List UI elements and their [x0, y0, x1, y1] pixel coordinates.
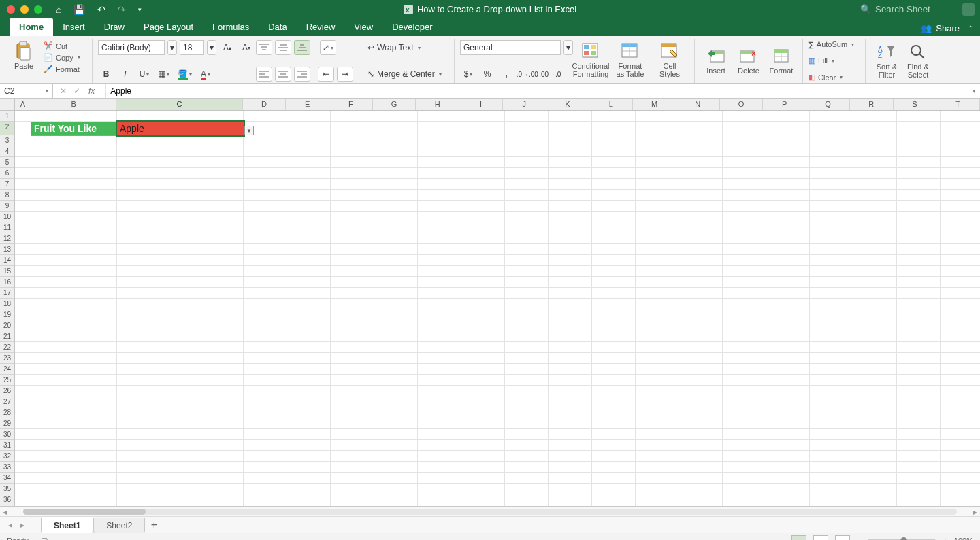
cell-b2[interactable]: Fruit You Like [31, 122, 117, 135]
row-header-30[interactable]: 30 [0, 429, 14, 440]
row-header-6[interactable]: 6 [0, 168, 14, 179]
sheet-tab-sheet1[interactable]: Sheet1 [41, 517, 93, 533]
collapse-ribbon-icon[interactable]: ⌃ [968, 24, 973, 32]
percent-button[interactable]: % [479, 67, 495, 82]
column-header-i[interactable]: I [459, 99, 503, 110]
horizontal-scroll-thumb[interactable] [23, 509, 146, 515]
formula-input[interactable] [106, 84, 968, 98]
zoom-in-button[interactable]: + [943, 537, 947, 541]
qat-caret-icon[interactable]: ▾ [138, 6, 142, 13]
sheet-nav-prev[interactable]: ◂ [4, 520, 16, 530]
paste-button[interactable]: Paste [10, 40, 38, 72]
orientation-button[interactable]: ⤢▾ [320, 40, 336, 55]
cell-styles-button[interactable]: Cell Styles [651, 40, 689, 80]
font-name-dropdown[interactable]: ▾ [167, 40, 177, 55]
borders-button[interactable]: ▦▾ [155, 67, 172, 82]
increase-font-button[interactable]: A▴ [219, 40, 235, 55]
row-header-36[interactable]: 36 [0, 494, 14, 505]
row-header-23[interactable]: 23 [0, 353, 14, 364]
align-right-button[interactable] [294, 67, 310, 82]
row-header-13[interactable]: 13 [0, 244, 14, 255]
column-header-b[interactable]: B [31, 99, 116, 110]
font-name-input[interactable] [98, 40, 165, 55]
minimize-window-button[interactable] [20, 5, 29, 14]
row-header-16[interactable]: 16 [0, 277, 14, 288]
column-header-m[interactable]: M [633, 99, 676, 110]
fx-icon[interactable]: fx [88, 86, 95, 96]
align-center-button[interactable] [275, 67, 291, 82]
find-select-button[interactable]: Find & Select [902, 40, 934, 82]
row-header-32[interactable]: 32 [0, 451, 14, 462]
align-left-button[interactable] [256, 67, 272, 82]
row-header-7[interactable]: 7 [0, 179, 14, 190]
row-header-26[interactable]: 26 [0, 386, 14, 396]
column-header-j[interactable]: J [503, 99, 546, 110]
row-header-3[interactable]: 3 [0, 135, 14, 146]
column-header-a[interactable]: A [15, 99, 31, 110]
cut-button[interactable]: ✂️Cut [44, 41, 80, 50]
row-header-15[interactable]: 15 [0, 266, 14, 277]
column-header-p[interactable]: P [763, 99, 806, 110]
view-normal-button[interactable] [791, 535, 806, 541]
sheet-tab-sheet2[interactable]: Sheet2 [93, 518, 145, 533]
format-as-table-button[interactable]: Format as Table [611, 40, 649, 80]
tab-data[interactable]: Data [259, 18, 296, 36]
column-header-t[interactable]: T [936, 99, 980, 110]
row-header-34[interactable]: 34 [0, 473, 14, 484]
home-icon[interactable]: ⌂ [56, 4, 61, 15]
tab-insert[interactable]: Insert [53, 18, 95, 36]
row-header-27[interactable]: 27 [0, 396, 14, 407]
align-top-button[interactable] [256, 40, 272, 55]
format-cells-button[interactable]: Format [766, 40, 797, 82]
font-size-input[interactable] [180, 40, 204, 55]
row-header-18[interactable]: 18 [0, 299, 14, 309]
search-sheet-input[interactable] [875, 4, 950, 14]
decrease-decimal-button[interactable]: .00→.0 [540, 67, 561, 82]
column-header-d[interactable]: D [243, 99, 287, 110]
name-box-dropdown-icon[interactable]: ▾ [46, 88, 48, 94]
sort-filter-button[interactable]: AZSort & Filter [871, 40, 902, 82]
row-header-9[interactable]: 9 [0, 201, 14, 212]
row-header-4[interactable]: 4 [0, 146, 14, 157]
column-header-o[interactable]: O [720, 99, 764, 110]
tab-draw[interactable]: Draw [95, 18, 134, 36]
align-bottom-button[interactable] [294, 40, 310, 55]
save-icon[interactable]: 💾 [74, 4, 85, 15]
view-page-break-button[interactable] [835, 535, 850, 541]
share-button[interactable]: 👥 Share ⌃ [921, 23, 973, 36]
column-header-r[interactable]: R [850, 99, 894, 110]
tab-developer[interactable]: Developer [382, 18, 442, 36]
zoom-out-button[interactable]: − [857, 537, 861, 541]
row-header-11[interactable]: 11 [0, 222, 14, 233]
column-header-s[interactable]: S [894, 99, 937, 110]
tab-page-layout[interactable]: Page Layout [134, 18, 203, 36]
wrap-text-button[interactable]: ↩︎Wrap Text▾ [365, 40, 423, 55]
column-header-c[interactable]: C [116, 99, 242, 110]
close-window-button[interactable] [7, 5, 15, 14]
column-header-q[interactable]: Q [806, 99, 850, 110]
accept-formula-icon[interactable]: ✓ [74, 86, 80, 96]
bold-button[interactable]: B [98, 67, 114, 82]
row-header-2[interactable]: 2 [0, 122, 14, 135]
expand-formula-bar-icon[interactable]: ▾ [968, 84, 980, 98]
underline-button[interactable]: U▾ [136, 67, 152, 82]
row-header-10[interactable]: 10 [0, 212, 14, 222]
sheet-nav-next[interactable]: ▸ [16, 520, 29, 530]
row-header-24[interactable]: 24 [0, 364, 14, 375]
cell-c2[interactable]: Apple [117, 122, 244, 135]
fill-color-button[interactable]: 🪣▾ [175, 67, 195, 82]
clear-button[interactable]: ◧Clear▾ [808, 73, 860, 82]
currency-button[interactable]: $▾ [460, 67, 476, 82]
row-header-14[interactable]: 14 [0, 255, 14, 266]
add-sheet-button[interactable]: + [145, 519, 163, 531]
merge-center-button[interactable]: ⤡Merge & Center▾ [365, 67, 444, 82]
row-header-29[interactable]: 29 [0, 418, 14, 429]
row-header-5[interactable]: 5 [0, 157, 14, 168]
column-header-l[interactable]: L [589, 99, 633, 110]
column-header-k[interactable]: K [546, 99, 590, 110]
font-size-dropdown[interactable]: ▾ [207, 40, 216, 55]
row-header-25[interactable]: 25 [0, 375, 14, 386]
select-all-corner[interactable] [0, 99, 15, 110]
comma-button[interactable]: , [498, 67, 514, 82]
account-icon[interactable] [962, 3, 975, 16]
